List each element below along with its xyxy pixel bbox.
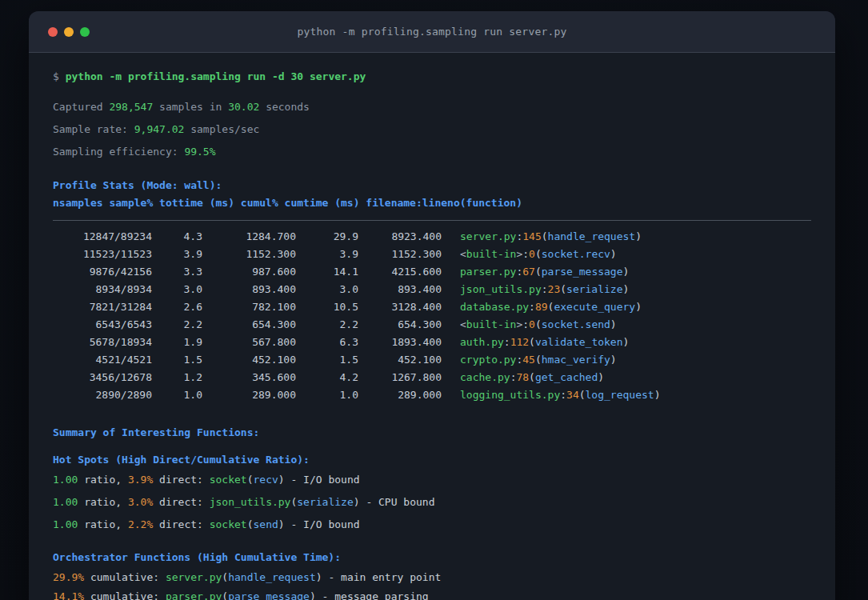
terminal-titlebar[interactable]: python -m profiling.sampling run server.…	[29, 11, 835, 53]
filename: parser.py	[166, 590, 222, 600]
function-name: socket.recv	[542, 248, 610, 260]
filename: database.py	[460, 301, 529, 313]
close-window-button[interactable]	[48, 27, 58, 37]
nsamples-cell: 2890/2890	[53, 386, 152, 404]
line-number: 34	[566, 389, 579, 401]
line-number: 112	[510, 336, 529, 348]
table-row: 3456/126781.2345.6004.21267.800cache.py:…	[53, 369, 811, 386]
function-location-cell: cache.py:78(get_cached)	[460, 369, 604, 386]
line-number: 45	[522, 354, 535, 366]
line-number: 23	[548, 283, 561, 295]
table-separator	[53, 220, 811, 221]
function-name: send	[254, 518, 278, 530]
sample-pct-cell: 4.3	[152, 228, 202, 246]
terminal-output: $ python -m profiling.sampling run -d 30…	[29, 68, 835, 600]
function-location-cell: database.py:89(execute_query)	[460, 298, 642, 316]
filename: json_utils.py	[460, 283, 542, 295]
line-number: 0	[529, 248, 535, 260]
nsamples-cell: 3456/12678	[53, 369, 152, 386]
filename: json_utils.py	[210, 496, 291, 508]
orchestrator-row: 14.1% cumulative: parser.py(parse_messag…	[53, 588, 811, 600]
sample-pct-cell: 1.2	[152, 369, 202, 386]
ratio-value: 1.00	[53, 496, 78, 508]
function-name: hmac_verify	[542, 354, 610, 366]
cumtime-cell: 4215.600	[358, 263, 442, 281]
cumtime-cell: 8923.400	[358, 228, 442, 246]
cumulative-pct-value: 29.9%	[53, 571, 84, 583]
sample-pct-cell: 3.3	[152, 263, 202, 281]
function-name: handle_request	[228, 571, 316, 583]
line-number: 0	[529, 318, 535, 330]
sample-rate-line: Sample rate: 9,947.02 samples/sec	[53, 121, 811, 138]
role-description: - message parsing	[316, 590, 429, 600]
table-row: 2890/28901.0289.0001.0289.000logging_uti…	[53, 386, 811, 404]
nsamples-cell: 7821/31284	[53, 298, 152, 316]
command-text: python -m profiling.sampling run -d 30 s…	[66, 70, 366, 82]
filename: built-in	[466, 318, 517, 330]
ratio-value: 1.00	[53, 474, 78, 486]
cumul-pct-cell: 1.5	[296, 351, 358, 369]
sample-pct-cell: 1.5	[152, 351, 202, 369]
cumul-pct-cell: 3.0	[296, 281, 358, 298]
orchestrator-heading: Orchestrator Functions (High Cumulative …	[53, 549, 811, 566]
minimize-window-button[interactable]	[64, 27, 74, 37]
nsamples-cell: 8934/8934	[53, 281, 152, 298]
table-row: 5678/189341.9567.8006.31893.400auth.py:1…	[53, 334, 811, 351]
function-name: handle_request	[548, 230, 636, 242]
ratio-value: 1.00	[53, 518, 78, 530]
function-name: execute_query	[554, 301, 635, 313]
filename: parser.py	[460, 266, 516, 278]
filename: crypto.py	[460, 354, 516, 366]
sampling-efficiency-line: Sampling efficiency: 99.5%	[53, 143, 811, 161]
samples-count: 298,547	[109, 101, 153, 113]
cumul-pct-cell: 10.5	[296, 298, 358, 316]
sample-pct-cell: 2.6	[152, 298, 202, 316]
cumtime-cell: 893.400	[358, 281, 442, 298]
function-location-cell: logging_utils.py:34(log_request)	[460, 386, 660, 404]
cumtime-cell: 289.000	[358, 386, 442, 404]
cumul-pct-cell: 6.3	[296, 334, 358, 351]
terminal-window: python -m profiling.sampling run server.…	[29, 11, 835, 600]
desktop-background: python -m profiling.sampling run server.…	[0, 0, 868, 600]
function-location-cell: json_utils.py:23(serialize)	[460, 281, 629, 298]
table-row: 12847/892344.31284.70029.98923.400server…	[53, 228, 811, 246]
efficiency-value: 99.5%	[184, 146, 215, 158]
table-row: 8934/89343.0893.4003.0893.400json_utils.…	[53, 281, 811, 298]
cumul-pct-cell: 1.0	[296, 386, 358, 404]
tottime-cell: 1284.700	[202, 228, 296, 246]
tottime-cell: 654.300	[202, 316, 296, 334]
function-location-cell: server.py:145(handle_request)	[460, 228, 642, 246]
direct-pct-value: 3.9%	[128, 474, 153, 486]
function-name: serialize	[297, 496, 353, 508]
hot-spot-row: 1.00 ratio, 2.2% direct: socket(send) - …	[53, 516, 811, 534]
cumulative-pct-value: 14.1%	[53, 590, 84, 600]
line-number: 145	[522, 230, 541, 242]
profile-table: 12847/892344.31284.70029.98923.400server…	[53, 228, 811, 404]
nsamples-cell: 9876/42156	[53, 263, 152, 281]
sample-rate-value: 9,947.02	[134, 123, 185, 135]
table-row: 4521/45211.5452.1001.5452.100crypto.py:4…	[53, 351, 811, 369]
summary-heading: Summary of Interesting Functions:	[53, 424, 811, 442]
window-controls	[48, 11, 90, 53]
tottime-cell: 289.000	[202, 386, 296, 404]
sample-pct-cell: 2.2	[152, 316, 202, 334]
function-name: validate_token	[535, 336, 623, 348]
captured-samples-line: Captured 298,547 samples in 30.02 second…	[53, 98, 811, 116]
filename: auth.py	[460, 336, 504, 348]
function-location-cell: <built-in>:0(socket.send)	[460, 316, 617, 334]
orchestrator-row: 29.9% cumulative: server.py(handle_reque…	[53, 569, 811, 586]
cumul-pct-cell: 29.9	[296, 228, 358, 246]
function-name: log_request	[586, 389, 654, 401]
function-name: socket.send	[542, 318, 610, 330]
sample-pct-cell: 3.9	[152, 246, 202, 263]
table-row: 11523/115233.91152.3003.91152.300<built-…	[53, 246, 811, 263]
command-line: $ python -m profiling.sampling run -d 30…	[53, 68, 811, 86]
table-row: 6543/65432.2654.3002.2654.300<built-in>:…	[53, 316, 811, 334]
tottime-cell: 987.600	[202, 263, 296, 281]
maximize-window-button[interactable]	[80, 27, 90, 37]
filename: server.py	[460, 230, 516, 242]
function-name: recv	[254, 474, 278, 486]
function-name: parse_message	[542, 266, 623, 278]
window-title: python -m profiling.sampling run server.…	[297, 26, 566, 38]
bound-description: - I/O bound	[285, 518, 360, 530]
